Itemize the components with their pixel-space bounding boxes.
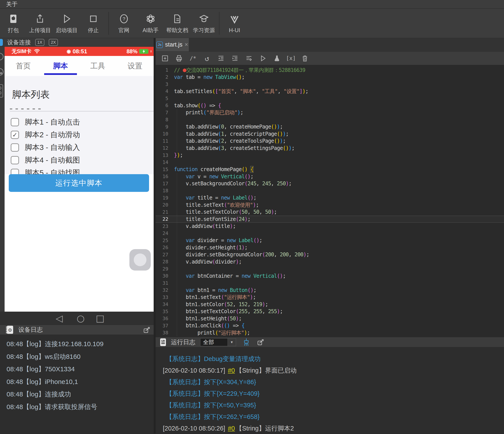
code-line[interactable]: 2var tab = new TabView();: [156, 74, 504, 81]
code-line[interactable]: 5: [156, 95, 504, 102]
code-line[interactable]: 16 var v = new Vertical();: [156, 173, 504, 180]
more-tools-icon[interactable]: [0, 84, 3, 98]
code-line[interactable]: 30 var btnContainer = new Vertical();: [156, 272, 504, 280]
toolbar-stop-button[interactable]: 停止: [80, 9, 107, 38]
new-file-icon[interactable]: [161, 54, 169, 63]
menu-about[interactable]: 关于: [6, 0, 18, 8]
toolbar-docs-button[interactable]: 帮助文档: [164, 9, 191, 38]
record-icon[interactable]: [0, 68, 3, 76]
checkbox-icon[interactable]: [11, 156, 19, 164]
toolbar-ai-button[interactable]: AI助手: [137, 9, 164, 38]
checkbox-icon[interactable]: [11, 118, 19, 126]
code-editor[interactable]: 1// ●交流QQ群711841924群一，苹果内测群：5288166392va…: [156, 65, 504, 337]
device-log-expand-icon[interactable]: [143, 326, 150, 334]
undo-icon[interactable]: ↺: [203, 54, 211, 63]
code-line[interactable]: 36 btn1.setHeight(50);: [156, 315, 504, 322]
toolbar-start-button[interactable]: 启动项目: [53, 9, 80, 38]
scale-2x-button[interactable]: 2X: [49, 39, 58, 46]
code-line[interactable]: 21 title.setTextColor(50, 50, 50);: [156, 208, 504, 216]
line-number: 5: [156, 96, 168, 101]
nav-back-icon[interactable]: ◁: [53, 312, 66, 325]
refresh-icon[interactable]: [0, 53, 3, 60]
toolbar-learning-button[interactable]: 学习资源: [191, 9, 217, 38]
code-line[interactable]: 3: [156, 81, 504, 88]
code-line[interactable]: 14: [156, 159, 504, 166]
code-line[interactable]: 17 v.setBackgroundColor(245, 245, 250);: [156, 180, 504, 187]
code-line[interactable]: 34 btn1.setColor(52, 152, 219);: [156, 301, 504, 308]
code-line[interactable]: 8: [156, 116, 504, 124]
code-line[interactable]: 20 title.setText("欢迎使用");: [156, 201, 504, 209]
script-row[interactable]: 脚本3 - 自动输入: [11, 141, 150, 154]
status-time: ◉ 08:51: [67, 48, 87, 55]
code-line[interactable]: 29: [156, 265, 504, 272]
code-line[interactable]: 7 printl("界面已启动");: [156, 109, 504, 116]
code-line[interactable]: 6tab.show(() => {: [156, 102, 504, 109]
assistive-touch-button[interactable]: [129, 249, 151, 271]
code-line[interactable]: 1// ●交流QQ群711841924群一，苹果内测群：528816639: [156, 66, 504, 74]
run-log-expand-icon[interactable]: [257, 339, 264, 346]
code-line[interactable]: 27 divider.setBackgroundColor(200, 200, …: [156, 251, 504, 258]
code-line[interactable]: 31: [156, 280, 504, 287]
code-line[interactable]: 10 tab.addView(1, createScriptPage());: [156, 130, 504, 138]
code-line[interactable]: 24: [156, 230, 504, 237]
scale-1x-button[interactable]: 1X: [35, 39, 44, 46]
code-line[interactable]: 35 btn1.setTextColor(255, 255, 255);: [156, 308, 504, 315]
toolbar-hui-button[interactable]: H-UI: [221, 9, 248, 38]
log-filter-dropdown[interactable]: 全部 ▼: [200, 338, 236, 346]
test-flask-icon[interactable]: [273, 54, 281, 63]
checkbox-icon[interactable]: [11, 143, 19, 152]
phone-mirror[interactable]: 无SIM卡 ◉ 08:51 88%: [5, 47, 154, 312]
code-line[interactable]: 18: [156, 187, 504, 194]
code-line[interactable]: 4tab.setTitles(["首页", "脚本", "工具", "设置"])…: [156, 88, 504, 95]
code-line[interactable]: 23 v.addView(title);: [156, 223, 504, 230]
checkbox-checked-icon[interactable]: ✓: [11, 131, 19, 139]
code-line[interactable]: 13});: [156, 152, 504, 159]
log-ref-link[interactable]: #0: [228, 425, 235, 432]
code-line[interactable]: 12 tab.addView(3, createSettingsPage());: [156, 145, 504, 152]
nav-recent-icon[interactable]: □: [94, 312, 107, 325]
log-ref-link[interactable]: #0: [228, 367, 235, 374]
print-icon[interactable]: [175, 54, 183, 63]
dropdown-arrow-icon[interactable]: ▼: [228, 338, 236, 346]
code-line[interactable]: 9 tab.addView(0, createHomePage());: [156, 123, 504, 130]
comment-icon[interactable]: /*: [189, 54, 197, 63]
phone-tab-script[interactable]: 脚本: [42, 56, 79, 76]
run-script-icon[interactable]: [259, 54, 267, 63]
variables-icon[interactable]: [x]: [287, 54, 295, 63]
toolbar-website-button[interactable]: ? 官网: [111, 9, 137, 38]
code-line[interactable]: 11 tab.addView(2, createToolsPage());: [156, 137, 504, 145]
tab-close-icon[interactable]: ×: [185, 41, 188, 48]
outdent-icon[interactable]: [217, 54, 225, 63]
editor-tab-startjs[interactable]: Js start.js ×: [156, 38, 189, 51]
code-line[interactable]: 26 divider.setHeight(1);: [156, 244, 504, 251]
clear-trash-icon[interactable]: [301, 54, 309, 63]
format-code-icon[interactable]: [245, 54, 253, 63]
toolbar-upload-button[interactable]: 上传项目: [27, 9, 53, 38]
run-selected-button[interactable]: 运行选中脚本: [9, 174, 149, 192]
nav-home-icon[interactable]: ○: [74, 312, 87, 325]
script-row[interactable]: 脚本1 - 自动点击: [11, 116, 150, 128]
line-number: 16: [156, 174, 168, 179]
code-line[interactable]: 19 var title = new Label();: [156, 194, 504, 201]
carrier-label: 无SIM卡: [12, 48, 31, 55]
code-line[interactable]: 22 title.setFontSize(24);: [156, 216, 504, 223]
phone-tab-home[interactable]: 首页: [5, 56, 42, 76]
line-number: 26: [156, 245, 168, 250]
phone-tab-settings[interactable]: 设置: [117, 56, 154, 76]
code-line[interactable]: 33 btn1.setText("运行脚本");: [156, 294, 504, 301]
phone-tab-tools[interactable]: 工具: [79, 56, 117, 76]
code-line[interactable]: 25 var divider = new Label();: [156, 237, 504, 244]
code-line[interactable]: 15function createHomePage() {: [156, 166, 504, 173]
toolbar-package-button[interactable]: 打包: [0, 9, 27, 38]
panel-splitter[interactable]: [154, 38, 156, 434]
script-row[interactable]: ✓脚本2 - 自动滑动: [11, 128, 150, 141]
script-row[interactable]: 脚本4 - 自动截图: [11, 154, 150, 166]
editor-tab-title: start.js: [165, 41, 182, 48]
code-line[interactable]: 37 btn1.onClick(() => {: [156, 322, 504, 329]
indent-icon[interactable]: [231, 54, 239, 63]
code-line[interactable]: 32 var btn1 = new Button();: [156, 287, 504, 294]
line-number: 24: [156, 231, 168, 236]
clear-log-brush-icon[interactable]: [243, 338, 250, 346]
code-line[interactable]: 38 printl("运行脚本");: [156, 329, 504, 336]
code-line[interactable]: 28 v.addView(divider);: [156, 258, 504, 265]
